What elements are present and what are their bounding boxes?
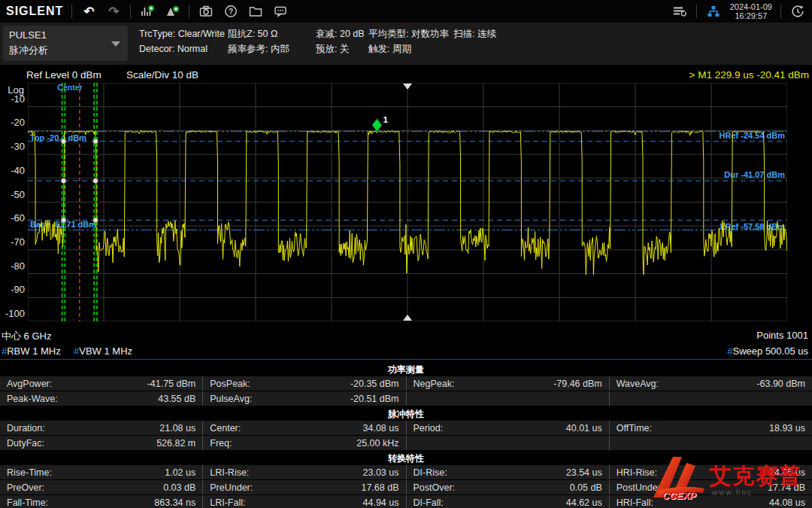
- table-row: Duration:21.08 usCenter:34.08 usPeriod:4…: [0, 420, 812, 435]
- rbw-readout[interactable]: #RBW 1 MHz: [2, 345, 61, 357]
- divider: [780, 5, 781, 18]
- preset-list-icon[interactable]: [671, 3, 688, 20]
- table-section-title: 功率测量: [0, 364, 812, 376]
- gate-dot: [61, 217, 65, 222]
- marker1-readout: > M1 229.9 us -20.41 dBm: [689, 69, 809, 81]
- scale-div-readout[interactable]: Scale/Div 10 dB: [126, 69, 198, 81]
- table-cell: OffTime:18.93 us: [609, 421, 812, 435]
- detector-setting: Detecor: Normal: [139, 41, 225, 56]
- y-tick: -80: [0, 260, 25, 272]
- settings-col-atten[interactable]: 衰减: 20 dB 预放: 关: [316, 26, 365, 56]
- settings-bar: PULSE1 脉冲分析 TrcType: Clear/Write Detecor…: [0, 23, 812, 65]
- table-cell: PreUnder:17.68 dB: [202, 480, 405, 494]
- settings-col-avg[interactable]: 平均类型: 对数功率 触发: 周期: [368, 26, 449, 56]
- center-frequency-readout[interactable]: 中心 6 GHz: [2, 330, 51, 343]
- divider: [71, 5, 72, 18]
- time-text: 16:29:57: [730, 11, 772, 20]
- table-cell: Duration:21.08 us: [0, 421, 202, 435]
- history-restore-icon[interactable]: [789, 3, 806, 20]
- table-cell: PostUnder:17.74 dB: [609, 480, 812, 494]
- gate-center-label: Center: [57, 83, 82, 92]
- redo-icon[interactable]: ↷: [105, 3, 122, 20]
- y-tick: -60: [0, 212, 25, 224]
- impedance-setting: 阻抗Z: 50 Ω: [228, 26, 289, 41]
- y-tick: -100: [0, 308, 25, 319]
- y-tick: -10: [0, 93, 25, 105]
- add-trace-icon[interactable]: [139, 3, 156, 20]
- settings-col-trace[interactable]: TrcType: Clear/Write Detecor: Normal: [139, 26, 225, 56]
- plot-area[interactable]: Top -20.4 dBmHRef -24.54 dBmDur -41.07 d…: [28, 83, 787, 321]
- network-lan-icon[interactable]: [705, 3, 722, 20]
- table-cell: PulseAvg:-20.51 dBm: [202, 391, 405, 406]
- y-tick: -20: [0, 117, 25, 128]
- table-cell: LRI-Fall:44.94 us: [202, 495, 405, 508]
- trigger-setting: 触发: 周期: [368, 41, 449, 56]
- table-row: AvgPower:-41.75 dBmPosPeak:-20.35 dBmNeg…: [0, 376, 812, 391]
- table-cell: Center:34.08 us: [202, 421, 405, 435]
- table-cell: PostOver:0.05 dB: [406, 480, 609, 494]
- screenshot-camera-icon[interactable]: [198, 3, 214, 20]
- gate-dot: [61, 139, 65, 144]
- add-marker-icon[interactable]: [164, 3, 180, 20]
- table-section-title: 转换特性: [0, 453, 812, 464]
- divider: [0, 359, 812, 360]
- table-cell: DI-Rise:23.54 us: [406, 465, 609, 479]
- table-row: Rise-Time:1.02 usLRI-Rise:23.03 usDI-Ris…: [0, 464, 812, 479]
- mode-selector[interactable]: PULSE1 脉冲分析: [3, 26, 128, 61]
- vbw-readout[interactable]: #VBW 1 MHz: [74, 345, 132, 357]
- gate-dot: [61, 178, 65, 183]
- y-tick: -70: [0, 236, 25, 248]
- trctype-setting: TrcType: Clear/Write: [139, 26, 225, 41]
- sweep-mode-setting: 扫描: 连续: [453, 26, 496, 41]
- table-section-title: 脉冲特性: [0, 409, 812, 420]
- mode-subname: 脉冲分析: [9, 43, 122, 58]
- preamp-setting: 预放: 关: [316, 41, 365, 56]
- table-cell: LRI-Rise:23.03 us: [202, 465, 405, 479]
- y-tick: -90: [0, 284, 25, 295]
- divider: [189, 5, 189, 18]
- table-cell: HRI-Fall:44.08 us: [609, 495, 812, 508]
- marker1-diamond: [372, 119, 382, 132]
- ref-line-label-Top: Top -20.4 dBm: [30, 133, 86, 142]
- marker1-number: 1: [383, 115, 388, 124]
- table-cell: PreOver:0.03 dB: [0, 480, 202, 494]
- table-cell: WaveAvg:-63.90 dBm: [609, 376, 812, 391]
- file-icon[interactable]: [247, 3, 264, 20]
- table-cell: Peak-Wave:43.55 dB: [0, 391, 202, 406]
- table-cell: [609, 436, 812, 450]
- datetime-display[interactable]: 2024-01-09 16:29:57: [730, 2, 772, 20]
- analyzer-screen: SIGLENT ↶ ↷ ? 2024-01: [0, 0, 812, 508]
- measurement-tables: 功率测量AvgPower:-41.75 dBmPosPeak:-20.35 dB…: [0, 361, 812, 508]
- sweep-readout[interactable]: #Sweep 500.05 us: [727, 345, 808, 357]
- gate-dot: [93, 217, 98, 222]
- table-cell: [406, 391, 609, 406]
- sweep-hash: #: [727, 345, 732, 357]
- settings-col-impedance[interactable]: 阻抗Z: 50 Ω 频率参考: 内部: [228, 26, 289, 56]
- avg-type-setting: 平均类型: 对数功率: [368, 26, 449, 41]
- axis-marker-top: [403, 84, 412, 90]
- divider: [130, 5, 131, 18]
- table-cell: [406, 436, 609, 450]
- settings-col-sweep[interactable]: 扫描: 连续: [453, 26, 496, 41]
- table-cell: [609, 391, 812, 406]
- chevron-down-icon: [111, 41, 120, 47]
- table-cell: PosPeak:-20.35 dBm: [202, 376, 405, 391]
- ref-level-readout[interactable]: Ref Level 0 dBm: [26, 69, 102, 81]
- siglent-logo: SIGLENT: [6, 5, 63, 18]
- help-icon[interactable]: ?: [223, 3, 239, 20]
- table-row: Fall-Time:863.34 nsLRI-Fall:44.94 usDI-F…: [0, 494, 812, 508]
- message-icon[interactable]: [272, 3, 289, 20]
- table-cell: DutyFac:526.82 m: [0, 436, 202, 450]
- table-cell: DI-Fall:44.62 us: [406, 495, 609, 508]
- divider: [696, 5, 697, 18]
- table-cell: NegPeak:-79.46 dBm: [406, 376, 609, 391]
- undo-icon[interactable]: ↶: [80, 3, 97, 20]
- mode-name: PULSE1: [9, 28, 122, 43]
- table-cell: Freq:25.00 kHz: [202, 436, 405, 450]
- points-readout: Points 1001: [756, 330, 808, 341]
- freq-ref-setting: 频率参考: 内部: [228, 41, 289, 56]
- table-cell: Period:40.01 us: [406, 421, 609, 435]
- gate-dot: [93, 139, 98, 144]
- top-toolbar: SIGLENT ↶ ↷ ? 2024-01: [0, 0, 812, 23]
- svg-text:?: ?: [229, 8, 233, 16]
